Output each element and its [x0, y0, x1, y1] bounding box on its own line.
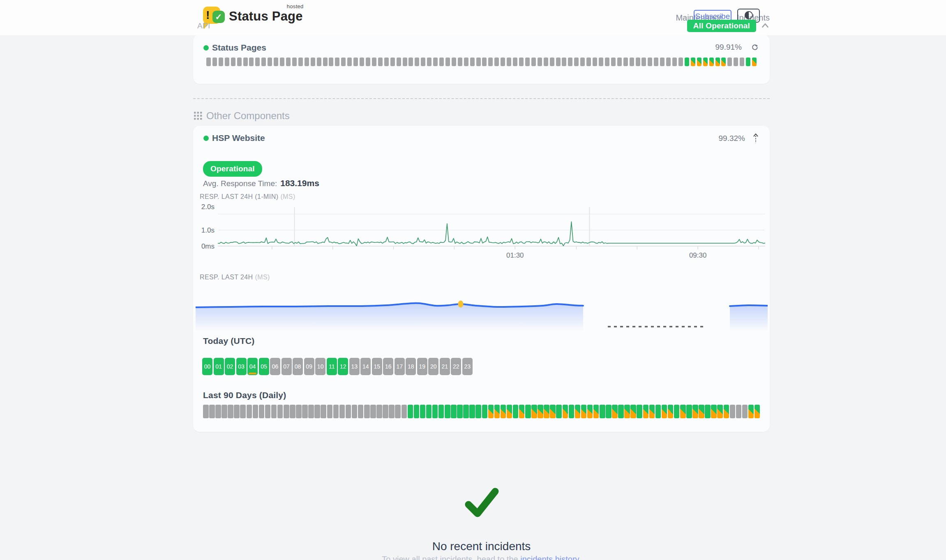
incidents-history-link[interactable]: incidents history [520, 555, 579, 560]
uptime-bar [445, 58, 450, 66]
uptime-bar [261, 58, 266, 66]
day-block [240, 405, 246, 418]
uptime-bar [237, 58, 242, 66]
uptime-percent: 99.32% [719, 134, 745, 143]
uptime-bar [219, 58, 223, 66]
day-block [327, 405, 333, 418]
day-block [346, 405, 351, 418]
day-block [401, 405, 407, 418]
status-badge: All Operational [687, 20, 756, 32]
avg-response-time: Avg. Response Time:183.19ms [203, 178, 319, 188]
uptime-percent: 99.91% [715, 43, 742, 52]
uptime-bar [746, 58, 750, 66]
uptime-bar [691, 58, 695, 66]
day-block [352, 405, 358, 418]
day-block [618, 405, 624, 418]
uptime-bar [556, 58, 561, 66]
day-block [692, 405, 698, 418]
uptime-bar [544, 58, 548, 66]
hour-block: 11 [327, 358, 337, 375]
uptime-bar [672, 58, 677, 66]
hour-block: 22 [451, 358, 461, 375]
refresh-icon[interactable] [751, 43, 759, 51]
uptime-bar [255, 58, 260, 66]
uptime-bar [458, 58, 462, 66]
hour-block: 14 [360, 358, 371, 375]
uptime-bar [390, 58, 395, 66]
component-status-dot [203, 136, 209, 141]
arrow-up-dotted-icon [752, 133, 759, 144]
day-block [438, 405, 444, 418]
hour-block: 21 [440, 358, 450, 375]
response-time-24h-chart [196, 283, 768, 333]
day-block [321, 405, 326, 418]
uptime-bar [452, 58, 456, 66]
y-tick-1s: 1.0s [197, 226, 215, 235]
day-block [469, 405, 475, 418]
uptime-bar [335, 58, 339, 66]
chevron-up-icon[interactable] [760, 21, 770, 30]
uptime-bar [249, 58, 254, 66]
day-block [358, 405, 364, 418]
hour-block: 02 [225, 358, 235, 375]
uptime-bar [225, 58, 229, 66]
uptime-bar [384, 58, 389, 66]
day-block [482, 405, 488, 418]
uptime-bar [323, 58, 328, 66]
day-block [569, 405, 575, 418]
uptime-bar [501, 58, 505, 66]
uptime-bar [280, 58, 284, 66]
day-block [445, 405, 450, 418]
uptime-bar [685, 58, 689, 66]
day-block [742, 405, 748, 418]
hour-block: 10 [315, 358, 325, 375]
uptime-bar [488, 58, 493, 66]
uptime-bar [593, 58, 597, 66]
day-block [426, 405, 432, 418]
day-block [296, 405, 302, 418]
hour-block: 23 [462, 358, 473, 375]
day-block [339, 405, 345, 418]
hsp-uptime-group: 99.32% [719, 133, 759, 144]
grid-icon [194, 112, 202, 120]
hour-block: 04 [247, 358, 258, 375]
uptime-bar [752, 58, 757, 66]
hour-block: 05 [259, 358, 269, 375]
uptime-bar [329, 58, 333, 66]
day-block [724, 405, 729, 418]
uptime-bar [243, 58, 248, 66]
day-block [563, 405, 568, 418]
day-block [668, 405, 674, 418]
day-block [513, 405, 519, 418]
day-block [389, 405, 395, 418]
uptime-bar [531, 58, 536, 66]
day-block [519, 405, 525, 418]
uptime-bar [305, 58, 309, 66]
uptime-bar [231, 58, 235, 66]
day-block [748, 405, 754, 418]
hour-block: 09 [304, 358, 314, 375]
other-components-header: Other Components [194, 110, 290, 122]
today-hour-strip: 0001020304050607080910111213141516171819… [202, 358, 473, 375]
day-block [531, 405, 537, 418]
no-incidents-check [193, 485, 770, 523]
uptime-bar [519, 58, 524, 66]
uptime-bar [397, 58, 401, 66]
day-block [680, 405, 686, 418]
day-block [730, 405, 736, 418]
day-block [228, 405, 233, 418]
uptime-bar [727, 58, 732, 66]
y-tick-0ms: 0ms [197, 242, 215, 251]
day-block [215, 405, 221, 418]
api-uptime-group: 99.91% [715, 43, 759, 52]
day-block [637, 405, 642, 418]
day-block [265, 405, 271, 418]
uptime-bar [347, 58, 352, 66]
day-block [302, 405, 308, 418]
brand-superscript: hosted [287, 3, 304, 9]
uptime-bar [464, 58, 468, 66]
uptime-bar [274, 58, 278, 66]
day-block [333, 405, 339, 418]
uptime-bar [605, 58, 609, 66]
day-block [209, 405, 215, 418]
